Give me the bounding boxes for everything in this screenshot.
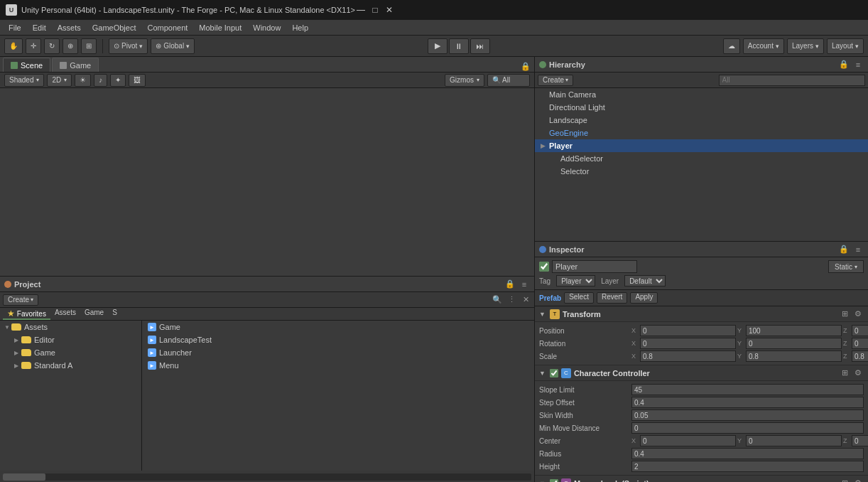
hand-tool-button[interactable]: ✋ [4, 38, 23, 54]
hierarchy-create-button[interactable]: Create [538, 75, 573, 86]
menu-edit[interactable]: Edit [27, 20, 52, 36]
step-button[interactable]: ⏭ [470, 38, 490, 54]
minimize-button[interactable]: — [355, 4, 367, 16]
menu-window[interactable]: Window [247, 20, 286, 36]
select-button[interactable]: Select [564, 292, 594, 304]
position-z-input[interactable] [852, 325, 868, 336]
center-y-input[interactable] [746, 435, 842, 446]
project-scrollbar-thumb[interactable] [3, 473, 45, 481]
layers-dropdown[interactable]: Layers [787, 38, 824, 54]
hier-directional-light[interactable]: Directional Light [535, 101, 868, 114]
component-cc-header[interactable]: ▼ C Character Controller ⊞ ⚙ [535, 365, 868, 381]
min-move-input[interactable] [631, 422, 864, 434]
tab-scene[interactable]: Scene [3, 58, 50, 72]
component-mouselook-header[interactable]: ▼ S Mouse Look (Script) ⊞ ⚙ [535, 476, 868, 482]
folder-assets[interactable]: ▼ Assets [0, 321, 141, 333]
scale-x-input[interactable] [640, 350, 736, 362]
position-x-input[interactable] [640, 325, 736, 336]
lock-icon[interactable]: 🔒 [520, 60, 531, 72]
menu-assets[interactable]: Assets [52, 20, 87, 36]
apply-button[interactable]: Apply [630, 292, 658, 304]
inspector-lock-icon[interactable]: 🔒 [838, 244, 850, 255]
menu-gameobject[interactable]: GameObject [87, 20, 142, 36]
component-transform-header[interactable]: ▼ T Transform ⊞ ⚙ [535, 306, 868, 322]
search-scene[interactable]: 🔍 All [487, 74, 530, 87]
mouselook-gear-icon[interactable]: ⚙ [852, 478, 864, 483]
gizmos-dropdown[interactable]: Gizmos [445, 74, 484, 87]
hierarchy-lock-icon[interactable]: 🔒 [838, 59, 850, 70]
transform-copy-icon[interactable]: ⊞ [839, 309, 850, 320]
radius-input[interactable] [631, 448, 864, 459]
folder-game[interactable]: ▶ Game [0, 346, 141, 359]
hier-main-camera[interactable]: Main Camera [535, 88, 868, 101]
cc-enabled-checkbox[interactable] [550, 369, 558, 377]
project-lock-icon[interactable]: 🔒 [504, 279, 516, 290]
folder-editor[interactable]: ▶ Editor [0, 333, 141, 346]
tag-select[interactable]: Player [556, 275, 595, 286]
rotation-y-input[interactable] [746, 338, 842, 349]
menu-mobile-input[interactable]: Mobile Input [193, 20, 247, 36]
play-button[interactable]: ▶ [428, 38, 447, 54]
asset-launcher[interactable]: ► Launcher [142, 346, 534, 359]
pause-button[interactable]: ⏸ [449, 38, 469, 54]
project-search-icon[interactable]: 🔍 [492, 294, 503, 306]
folder-standard-assets[interactable]: ▶ Standard A [0, 359, 141, 372]
center-z-input[interactable] [852, 435, 868, 446]
layout-dropdown[interactable]: Layout [827, 38, 864, 54]
layer-select[interactable]: Default [624, 275, 666, 286]
project-tab-game[interactable]: Game [80, 309, 108, 320]
fx-button[interactable]: ✦ [110, 74, 126, 87]
scale-tool-button[interactable]: ⊕ [63, 38, 78, 54]
audio-button[interactable]: ♪ [94, 74, 107, 87]
step-offset-input[interactable] [631, 397, 864, 408]
project-close-icon[interactable]: ✕ [520, 294, 531, 306]
mouselook-enabled-checkbox[interactable] [550, 479, 558, 483]
pivot-dropdown[interactable]: ⊙ Pivot [109, 38, 148, 54]
close-button[interactable]: ✕ [384, 4, 395, 16]
rotate-tool-button[interactable]: ↻ [44, 38, 60, 54]
static-button[interactable]: Static [828, 260, 864, 273]
slope-limit-input[interactable] [631, 384, 864, 395]
asset-game[interactable]: ► Game [142, 321, 534, 333]
cloud-button[interactable]: ☁ [723, 38, 740, 54]
center-x-input[interactable] [640, 435, 736, 446]
hier-landscape[interactable]: Landscape [535, 114, 868, 127]
scale-z-input[interactable] [852, 350, 868, 362]
project-options-icon[interactable]: ⋮ [506, 294, 517, 306]
viewport-3d[interactable]: Y X Z [0, 88, 534, 276]
cc-copy-icon[interactable]: ⊞ [839, 368, 850, 379]
project-tab-s[interactable]: S [108, 309, 121, 320]
tab-game[interactable]: Game [52, 58, 99, 72]
inspector-name-field[interactable] [552, 260, 637, 273]
hier-geoengine[interactable]: GeoEngine [535, 127, 868, 139]
maximize-button[interactable]: □ [369, 4, 381, 16]
rect-tool-button[interactable]: ⊞ [81, 38, 97, 54]
asset-menu[interactable]: ► Menu [142, 359, 534, 372]
hierarchy-search-input[interactable] [719, 75, 866, 86]
rotation-x-input[interactable] [640, 338, 736, 349]
inspector-scroll[interactable]: ▼ T Transform ⊞ ⚙ Position [535, 306, 868, 482]
mouselook-copy-icon[interactable]: ⊞ [839, 478, 850, 483]
hier-player[interactable]: ▶ Player [535, 139, 868, 152]
account-dropdown[interactable]: Account [743, 38, 784, 54]
menu-component[interactable]: Component [141, 20, 193, 36]
transform-gear-icon[interactable]: ⚙ [852, 309, 864, 320]
revert-button[interactable]: Revert [597, 292, 627, 304]
project-scrollbar[interactable] [3, 473, 531, 481]
move-tool-button[interactable]: ✛ [26, 38, 41, 54]
cc-gear-icon[interactable]: ⚙ [852, 368, 864, 379]
project-menu-icon[interactable]: ≡ [519, 279, 530, 290]
hier-add-selector[interactable]: AddSelector [535, 152, 868, 165]
hier-selector[interactable]: Selector [535, 165, 868, 178]
project-tab-assets[interactable]: Assets [50, 309, 80, 320]
scale-y-input[interactable] [746, 350, 842, 362]
rotation-z-input[interactable] [852, 338, 868, 349]
image-button[interactable]: 🖼 [129, 74, 146, 87]
skin-width-input[interactable] [631, 409, 864, 421]
position-y-input[interactable] [746, 325, 842, 336]
inspector-active-checkbox[interactable] [539, 262, 549, 272]
project-tab-favorites[interactable]: ★ Favorites [3, 309, 50, 320]
menu-file[interactable]: File [3, 20, 27, 36]
project-create-button[interactable]: Create [3, 294, 38, 306]
shading-dropdown[interactable]: Shaded [4, 74, 44, 87]
